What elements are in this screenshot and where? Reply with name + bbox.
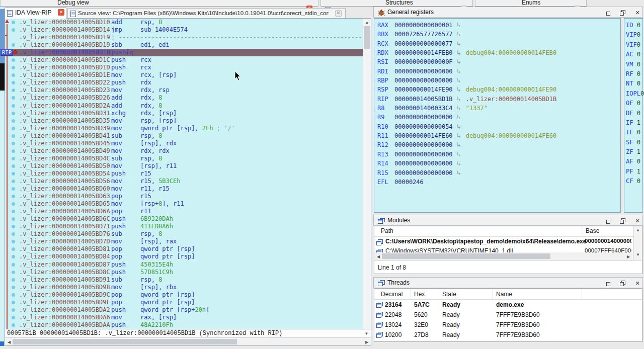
register-value[interactable]: 0000000000000001	[394, 22, 453, 29]
scrollbar-corner[interactable]: ▼	[363, 329, 371, 337]
flag-row[interactable]: AC0	[624, 50, 642, 59]
instruction-dot-icon[interactable]	[12, 112, 15, 115]
register-row[interactable]: R140000000000000000↳	[374, 159, 619, 168]
instruction-dot-icon[interactable]	[12, 172, 15, 176]
scroll-right-icon[interactable]: ▶	[364, 340, 370, 344]
flag-row[interactable]: VIP0	[624, 30, 642, 40]
register-row[interactable]: R90000000000000000↳	[374, 113, 619, 122]
scroll-down-icon[interactable]: ▼	[363, 331, 370, 336]
disasm-line[interactable]: .v_lizer:000000014005BD65mov[rsp+8], r11	[5, 200, 371, 208]
instruction-dot-icon[interactable]	[12, 21, 15, 24]
register-value[interactable]: 0000000000000000	[394, 151, 453, 158]
column-divider[interactable]	[583, 226, 583, 236]
disasm-line[interactable]: .v_lizer:000000014005BD56movr15, 5B3CEh	[5, 178, 371, 185]
scroll-right-icon[interactable]: ▶	[625, 254, 631, 259]
instruction-dot-icon[interactable]	[12, 217, 15, 221]
disasm-line[interactable]: .v_lizer:000000014005BD1Emovrcx, [rsp]	[5, 71, 371, 79]
disasm-line[interactable]: .v_lizer:000000014005BD45mov[rsp], rdx	[5, 140, 371, 147]
instruction-dot-icon[interactable]	[12, 180, 15, 183]
disassembly-listing[interactable]: .v_lizer:000000014005BD10addrsp, 8.v_liz…	[5, 19, 371, 329]
instruction-dot-icon[interactable]	[12, 81, 15, 84]
float-icon[interactable]	[618, 9, 626, 17]
disasm-line[interactable]: .v_lizer:000000014005BD9Cpopqword ptr [r…	[5, 291, 371, 299]
register-value[interactable]: 00000001400033C4	[394, 105, 453, 112]
disasm-line[interactable]: .v_lizer:000000014005BD49movrdx, rdx	[5, 147, 371, 155]
maximize-icon[interactable]	[604, 217, 612, 225]
disasm-line[interactable]: .v_lizer:000000014005BD8Cpush57D851C9h	[5, 269, 371, 276]
disasm-line[interactable]: .v_lizer:000000014005BD91subrsp, 8	[5, 276, 371, 284]
register-row[interactable]: RSI000000000000000F↳	[374, 57, 619, 66]
instruction-dot-icon[interactable]	[12, 232, 15, 236]
vertical-scrollbar[interactable]: ▲	[363, 19, 371, 329]
register-value[interactable]: 0000000000000000	[394, 77, 453, 84]
register-row[interactable]: RBX0000726577726577↳	[374, 30, 619, 39]
scroll-up-icon[interactable]: ▲	[634, 228, 642, 232]
close-icon[interactable]: ✕	[633, 9, 641, 17]
disasm-line[interactable]: .v_lizer:000000014005BD6Cpush6B9320DAh	[5, 215, 371, 223]
register-value[interactable]: 0000000000000054	[394, 123, 453, 130]
disasm-line[interactable]: .v_lizer:000000014005BD39movqword ptr [r…	[5, 125, 371, 132]
instruction-dot-icon[interactable]	[12, 157, 15, 160]
disasm-line[interactable]: .v_lizer:000000014005BD84popqword ptr [r…	[5, 253, 371, 260]
disasm-line[interactable]: .v_lizer:000000014005BD54pushr15	[5, 170, 371, 178]
horizontal-scrollbar-thumb[interactable]	[13, 339, 237, 344]
instruction-dot-icon[interactable]	[12, 66, 15, 69]
register-value[interactable]: 0000000000000000	[394, 114, 453, 121]
instruction-dot-icon[interactable]	[12, 104, 15, 108]
disasm-line[interactable]: .v_lizer:000000014005BDA2pushqword ptr […	[5, 306, 371, 314]
scroll-down-icon[interactable]: ▼	[634, 252, 642, 257]
instruction-dot-icon[interactable]	[12, 293, 15, 297]
tab-source-view-close-icon[interactable]: ✕	[335, 10, 342, 17]
disasm-line[interactable]: .v_lizer:000000014005BD60movr11, r15	[5, 185, 371, 193]
flag-row[interactable]: VM0	[624, 60, 642, 69]
threads-column-hex[interactable]: Hex	[414, 291, 425, 298]
close-icon[interactable]: ✕	[633, 217, 641, 225]
disasm-line[interactable]: .v_lizer:000000014005BD35movrsp, [rsp]	[5, 117, 371, 125]
tab-ida-view-rip-close-icon[interactable]: ✕	[58, 9, 64, 16]
disasm-line[interactable]: .v_lizer:000000014005BD81popqword ptr [r…	[5, 245, 371, 253]
instruction-dot-icon[interactable]	[12, 149, 15, 153]
flag-row[interactable]: DF0	[624, 109, 642, 118]
instruction-dot-icon[interactable]	[12, 164, 15, 168]
register-value[interactable]: 0000000000000000	[394, 169, 453, 177]
flag-row[interactable]: OF0	[624, 99, 642, 108]
close-icon[interactable]: ✕	[633, 279, 641, 287]
disasm-line[interactable]: .v_lizer:000000014005BD98mov[rsp], rbx	[5, 284, 371, 291]
disasm-line[interactable]: .v_lizer:000000014005BD19; -------------…	[5, 34, 371, 41]
disasm-line[interactable]: .v_lizer:000000014005BD19sbbedi, edi	[5, 41, 371, 49]
instruction-dot-icon[interactable]	[12, 308, 15, 312]
disasm-line[interactable]: .v_lizer:000000014005BD76subrsp, 8	[5, 230, 371, 238]
modules-titlebar[interactable]: Modules ✕	[373, 215, 643, 226]
register-value[interactable]: 0000000000000000	[394, 68, 453, 75]
threads-column-name[interactable]: Name	[496, 291, 512, 298]
disasm-line[interactable]: .v_lizer:000000014005BD63popr15	[5, 193, 371, 200]
instruction-dot-icon[interactable]	[12, 278, 15, 282]
register-value[interactable]: 000000000014FEB0	[394, 49, 453, 56]
register-value[interactable]: 0000000000000000	[394, 160, 453, 167]
modules-column-base[interactable]: Base	[586, 227, 599, 234]
flag-row[interactable]: AF0	[624, 157, 642, 166]
disasm-line[interactable]: .v_lizer:000000014005BDAApush48A2210Fh	[5, 321, 371, 329]
tab-structures[interactable]: Structures	[320, 0, 473, 7]
register-row[interactable]: R130000000000000000↳	[374, 150, 619, 159]
maximize-icon[interactable]	[604, 279, 612, 287]
register-row[interactable]: R800000001400033C4↳"1337"	[374, 104, 619, 113]
tab-source-view[interactable]: Source view: C:\Program Files (x86)\Wind…	[67, 8, 346, 19]
register-row[interactable]: RCX0000000000000077↳	[374, 39, 619, 48]
flag-row[interactable]: CF0	[624, 177, 642, 186]
instruction-dot-icon[interactable]	[12, 134, 15, 138]
instruction-dot-icon[interactable]	[12, 247, 15, 251]
instruction-dot-icon[interactable]	[12, 96, 15, 100]
threads-column-decimal[interactable]: Decimal	[381, 291, 403, 298]
column-divider[interactable]	[439, 289, 439, 299]
instruction-dot-icon[interactable]	[12, 28, 15, 32]
flag-row[interactable]: ID0	[624, 21, 642, 30]
thread-row[interactable]: 220485620Ready7FFF7E9B3D60	[374, 310, 642, 320]
module-row[interactable]: C:\Users\WORK\Desktop\tapestop_demo\demo…	[374, 237, 631, 246]
instruction-dot-icon[interactable]	[12, 271, 15, 274]
register-value[interactable]: 000000014005BD1B	[394, 96, 453, 103]
register-row[interactable]: RDI0000000000000000↳	[374, 67, 619, 76]
modules-vertical-scrollbar[interactable]: ▲ ▼	[633, 226, 642, 260]
instruction-dot-icon[interactable]	[12, 323, 15, 327]
modules-hscroll-thumb[interactable]	[382, 253, 550, 259]
